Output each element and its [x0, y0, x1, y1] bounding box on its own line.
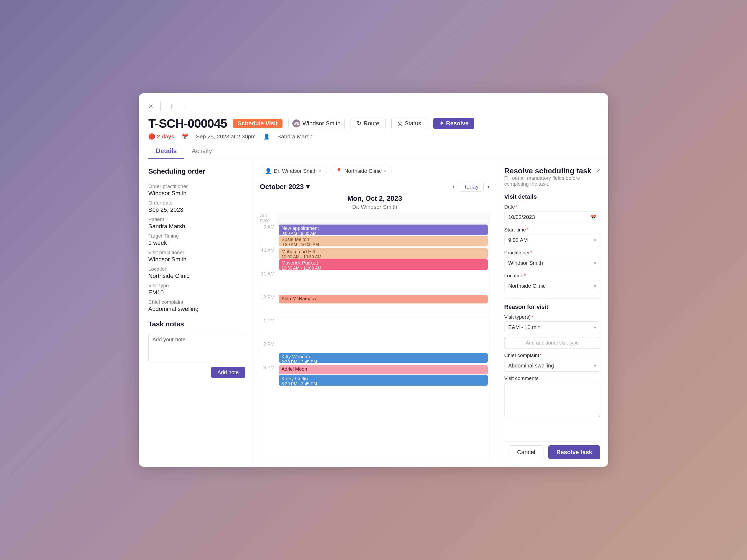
add-note-button[interactable]: Add note [211, 367, 245, 378]
user-badge[interactable]: WS Windsor Smith [288, 118, 345, 129]
calendar-month[interactable]: October 2023 ▾ [260, 183, 309, 191]
header-datetime: Sep 25, 2023 at 2:30pm [196, 133, 256, 140]
visit-type-value: EM10 [148, 289, 245, 296]
hour-row-3pm: Adriel Moon Kathy Griffin 3:20 PM - 3:45… [277, 365, 489, 388]
nav-up-button[interactable]: ↑ [168, 101, 176, 111]
events-column: New appointment 9:00 AM - 9:30 AM Susie … [277, 213, 489, 460]
time-slot-11am: 11 AM [260, 271, 277, 294]
task-notes-section: Task notes Add note [148, 320, 245, 378]
task-notes-title: Task notes [148, 320, 245, 328]
visit-comments-field-label: Visit comments [504, 375, 600, 381]
notes-textarea[interactable] [148, 333, 245, 363]
chief-complaint-field-label: Chief complaint* [504, 352, 600, 358]
cal-today-button[interactable]: Today [459, 182, 484, 192]
close-icon[interactable]: × [148, 101, 153, 111]
visit-practitioner-label: Visit practitioner [148, 249, 245, 256]
hour-row-1pm [277, 318, 489, 341]
event-time: 9:30 AM - 10:00 AM [281, 242, 485, 247]
hour-row-12: Aldo McNamara [277, 294, 489, 318]
visit-types-select[interactable]: E&M - 10 min ▾ [504, 321, 600, 334]
event-adriel-moon[interactable]: Adriel Moon [279, 365, 488, 374]
start-time-value: 9:00 AM [508, 237, 528, 243]
event-kathy-griffin[interactable]: Kathy Griffin 3:20 PM - 3:45 PM [279, 375, 488, 385]
tab-details[interactable]: Details [148, 143, 184, 159]
date-icon: 📅 [182, 133, 188, 140]
filter-location-close[interactable]: × [384, 168, 387, 174]
event-susie-melton[interactable]: Susie Melton 9:30 AM - 10:00 AM [279, 236, 488, 246]
route-icon: ↻ [357, 120, 361, 127]
chevron-down-icon: ▾ [594, 283, 596, 289]
location-select[interactable]: Northside Clinic ▾ [504, 280, 600, 292]
start-time-select[interactable]: 9:00 AM ▾ [504, 234, 600, 246]
date-value: 10/02/2023 [508, 214, 535, 220]
route-button[interactable]: ↻ Route [351, 117, 386, 129]
cal-prev-button[interactable]: ‹ [453, 183, 455, 190]
left-panel: Scheduling order Order practitioner Wind… [139, 159, 253, 466]
hour-row-2pm: Kitty Woodard 2:30 PM - 2:45 PM [277, 341, 489, 365]
all-day-event-row [277, 213, 489, 224]
chevron-down-icon: ▾ [306, 183, 309, 191]
visit-comments-textarea[interactable] [504, 383, 600, 417]
nav-down-button[interactable]: ↓ [181, 101, 189, 111]
event-muhammad-hill[interactable]: Muhammad Hill 10:00 AM - 10:30 AM [279, 248, 488, 259]
event-aldo-mcnamara[interactable]: Aldo McNamara [279, 295, 488, 303]
practitioner-select[interactable]: Windsor Smith ▾ [504, 257, 600, 269]
header-row1: T-SCH-000045 Schedule Visit WS Windsor S… [148, 116, 599, 131]
cal-next-button[interactable]: › [487, 183, 490, 190]
chief-complaint-select[interactable]: Abdominal swelling ▾ [504, 360, 600, 372]
filter-practitioner-label: Dr. Windsor Smith [274, 168, 317, 174]
nav-divider [160, 101, 161, 111]
order-date-value: Sep 25, 2023 [148, 206, 245, 213]
event-kitty-woodard[interactable]: Kitty Woodard 2:30 PM - 2:45 PM [279, 353, 488, 363]
tab-activity[interactable]: Activity [184, 143, 220, 159]
date-input[interactable]: 10/02/2023 📅 [504, 211, 600, 223]
filter-location[interactable]: 📍 Northside Clinic × [331, 166, 392, 176]
time-column: ALL-DAY 9 AM 10 AM 11 AM 12 PM 1 PM 2 PM… [260, 213, 277, 460]
chief-complaint-label: Chief complaint [148, 299, 245, 305]
chief-complaint-value: Abdominal swelling [508, 363, 554, 369]
hour-row-11 [277, 271, 489, 294]
location-field-label: Location* [504, 273, 600, 279]
right-panel: Resolve scheduling task Fill out all man… [496, 159, 608, 466]
visit-details-title: Visit details [504, 193, 600, 200]
time-slot-3pm: 3 PM [260, 365, 277, 388]
time-slot-12pm: 12 PM [260, 294, 277, 318]
chevron-down-icon: ▾ [594, 324, 596, 330]
resolve-task-button[interactable]: Resolve task [548, 445, 600, 459]
event-maverick-puckett[interactable]: Maverick Puckett 10:30 AM - 11:00 AM [279, 259, 488, 270]
tabs-row: Details Activity [139, 143, 608, 159]
overdue-badge: 🔴 2 days [148, 133, 174, 140]
resolve-icon: ✦ [439, 120, 444, 127]
add-visit-type-button[interactable]: Add additional visit type [504, 337, 600, 349]
right-panel-subtitle: Fill out all mandatory fields before com… [504, 175, 596, 187]
main-content: Scheduling order Order practitioner Wind… [139, 159, 608, 466]
time-slot-9am: 9 AM [260, 224, 277, 247]
event-title: New appointment [281, 225, 485, 231]
order-practitioner-label: Order practitioner [148, 184, 245, 189]
event-title: Kitty Woodard [281, 354, 485, 360]
resolve-button[interactable]: ✦ Resolve [433, 118, 474, 129]
calendar-resource-header: Dr. Windsor Smith [260, 204, 490, 210]
order-date-label: Order date [148, 200, 245, 206]
section-divider [504, 298, 600, 299]
time-slot-10am: 10 AM [260, 247, 277, 271]
filter-practitioner-close[interactable]: × [319, 168, 322, 174]
cancel-button[interactable]: Cancel [509, 445, 543, 459]
chevron-down-icon: ▾ [594, 237, 596, 243]
user-badge-label: Windsor Smith [303, 120, 341, 127]
patient-value: Sandra Marsh [148, 223, 245, 230]
event-time: 10:30 AM - 11:00 AM [281, 266, 485, 271]
all-day-label: ALL-DAY [260, 213, 277, 224]
status-button[interactable]: ◎ Status [391, 117, 428, 129]
event-title: Susie Melton [281, 237, 485, 242]
location-value: Northside Clinic [148, 272, 245, 279]
visit-types-field-label: Visit type(s)* [504, 314, 600, 320]
target-timing-label: Target Timing [148, 233, 245, 239]
nav-bar: × ↑ ↓ [139, 93, 608, 111]
event-new-appointment[interactable]: New appointment 9:00 AM - 9:30 AM [279, 224, 488, 235]
right-panel-close-button[interactable]: × [596, 167, 600, 175]
filter-practitioner[interactable]: 👤 Dr. Windsor Smith × [260, 166, 327, 176]
user-icon: 👤 [263, 133, 270, 140]
date-field-label: Date* [504, 204, 600, 210]
overdue-icon: 🔴 [148, 133, 155, 140]
